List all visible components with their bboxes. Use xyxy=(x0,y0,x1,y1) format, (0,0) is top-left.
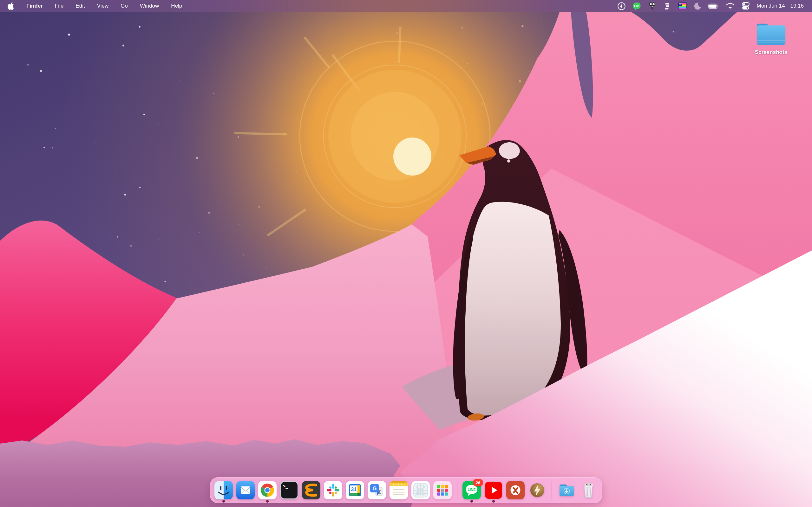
dock-google-calendar[interactable]: 31 xyxy=(346,481,364,499)
clock-date: Mon Jun 14 xyxy=(757,3,785,9)
dock-mail[interactable] xyxy=(236,481,255,499)
svg-text:G: G xyxy=(372,486,376,492)
notification-badge: 26 xyxy=(473,479,483,487)
svg-text:LINE: LINE xyxy=(634,5,639,7)
sun-disk xyxy=(393,137,432,176)
dock-amphetamine[interactable] xyxy=(528,481,547,499)
menu-finder[interactable]: Finder xyxy=(20,0,49,12)
dock-trash[interactable] xyxy=(579,481,598,499)
menu-edit[interactable]: Edit xyxy=(69,0,91,12)
dock-separator xyxy=(457,481,457,499)
running-indicator xyxy=(266,500,269,503)
shottr-status-icon[interactable] xyxy=(663,0,671,12)
dock-simulator[interactable] xyxy=(411,481,430,499)
wifi-icon[interactable] xyxy=(726,0,734,12)
dock-terminal[interactable]: >_ xyxy=(280,481,299,499)
line-status-icon[interactable]: LINE xyxy=(632,0,641,12)
input-source-status-icon[interactable] xyxy=(678,0,687,12)
bolt-circle-status-icon[interactable] xyxy=(617,0,626,12)
menu-file[interactable]: File xyxy=(49,0,69,12)
control-center-icon[interactable] xyxy=(741,0,750,12)
menu-bar: Finder File Edit View Go Window Help LIN… xyxy=(0,0,812,12)
desktop-icon-label: Screenshots xyxy=(755,49,787,55)
penguin-crown-patch-dot xyxy=(507,159,510,163)
dock-slack[interactable] xyxy=(324,481,342,499)
folder-icon xyxy=(754,20,788,47)
dock-finder[interactable] xyxy=(214,481,233,499)
wallpaper-penguin-illustration xyxy=(0,0,812,507)
penguin-belly xyxy=(465,202,561,416)
do-not-disturb-moon-icon[interactable] xyxy=(693,0,702,12)
menu-help[interactable]: Help xyxy=(165,0,188,12)
menu-window[interactable]: Window xyxy=(134,0,165,12)
dock-sublime-text[interactable] xyxy=(302,481,320,499)
dock-separator xyxy=(552,481,552,499)
dock-chrome[interactable] xyxy=(258,481,276,499)
battery-icon[interactable] xyxy=(708,0,719,12)
dock-remote-desktop[interactable] xyxy=(506,481,525,499)
dock-youtube[interactable] xyxy=(484,481,503,499)
running-indicator xyxy=(470,500,473,503)
running-indicator xyxy=(492,500,495,503)
dock-line[interactable]: LINE 26 xyxy=(462,481,481,499)
apple-menu-icon[interactable] xyxy=(7,0,20,12)
dock-notes[interactable] xyxy=(390,481,408,499)
macos-desktop: Finder File Edit View Go Window Help LIN… xyxy=(0,0,812,507)
menu-bar-clock[interactable]: Mon Jun 14 19:16 xyxy=(757,3,804,9)
scissors-status-icon[interactable] xyxy=(648,0,657,12)
svg-text:31: 31 xyxy=(351,487,357,492)
dock: >_ xyxy=(210,477,602,503)
running-indicator xyxy=(222,500,225,503)
menu-view[interactable]: View xyxy=(91,0,115,12)
desktop-icon-screenshots[interactable]: Screenshots xyxy=(744,20,798,55)
svg-text:>_: >_ xyxy=(283,484,288,489)
dock-downloads-folder[interactable] xyxy=(557,481,576,499)
svg-text:LINE: LINE xyxy=(467,488,475,492)
dock-google-translate[interactable]: 文 G xyxy=(368,481,386,499)
menu-go[interactable]: Go xyxy=(114,0,134,12)
penguin-crown-patch xyxy=(499,142,520,159)
dock-launchpad[interactable] xyxy=(433,481,452,499)
clock-time: 19:16 xyxy=(790,3,804,9)
